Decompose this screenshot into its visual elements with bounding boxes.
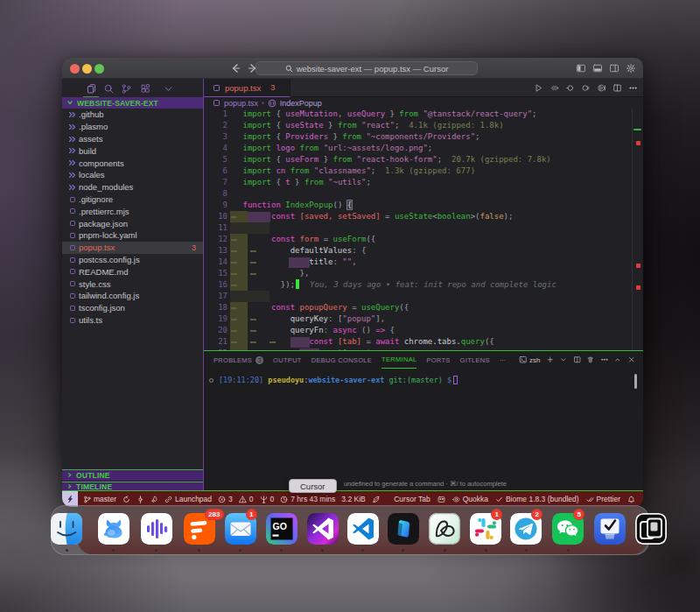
source-control-icon[interactable] — [119, 81, 135, 96]
command-center[interactable]: website-saver-ext — popup.tsx — Cursor — [256, 61, 478, 75]
status-0[interactable]: 0 — [260, 495, 275, 503]
panel-tab-debug-console[interactable]: DEBUG CONSOLE — [312, 351, 372, 369]
more-icon[interactable] — [600, 355, 609, 364]
outline-section-header[interactable]: OUTLINE — [62, 469, 203, 481]
chevron-up-icon[interactable] — [613, 355, 622, 364]
file-square-icon — [67, 279, 77, 289]
chevron-down-icon[interactable] — [161, 81, 177, 96]
tree-item-postcss.config.js[interactable]: postcss.config.js — [62, 254, 203, 266]
code-line-12: 12 const form = useForm({ — [204, 234, 643, 245]
status-3[interactable]: 3 — [218, 495, 233, 503]
tree-item-node_modules[interactable]: node_modules — [62, 181, 203, 193]
tree-item-.github[interactable]: .github — [62, 109, 203, 121]
line-number: 8 — [204, 188, 228, 200]
cursor-window: website-saver-ext — popup.tsx — Cursor W… — [62, 58, 643, 507]
plus-icon[interactable] — [546, 355, 555, 364]
terminal[interactable]: [19:11:20] pseudoyu:website-saver-ext gi… — [209, 376, 634, 384]
tree-item-label: popup.tsx — [79, 243, 115, 252]
tree-item-label: postcss.config.js — [79, 255, 140, 264]
zoom-window-button[interactable] — [94, 64, 104, 74]
tree-item-label: style.css — [79, 279, 110, 289]
status-7-hrs-43-mins[interactable]: 7 hrs 43 mins — [280, 495, 335, 503]
panel-left-icon[interactable] — [575, 61, 586, 75]
status-rocket-icon[interactable] — [150, 496, 158, 503]
file-square-icon — [67, 255, 77, 264]
status-prettier[interactable]: Prettier — [586, 495, 620, 503]
tree-item-style.css[interactable]: style.css — [62, 278, 203, 290]
tree-item-components[interactable]: components — [62, 157, 203, 169]
close-window-button[interactable] — [70, 64, 80, 74]
code-line-16: 16 });You, 3 days ago • feat: init repo … — [204, 279, 643, 291]
status-feather-icon[interactable] — [372, 496, 380, 503]
panel-tab-terminal[interactable]: TERMINAL — [382, 351, 416, 369]
tree-item-tailwind.config.js[interactable]: tailwind.config.js — [62, 290, 203, 302]
tree-item-.gitignore[interactable]: .gitignore — [62, 193, 203, 206]
close-icon[interactable] — [627, 355, 636, 364]
more-icon[interactable] — [627, 83, 638, 94]
tree-item-tsconfig.json[interactable]: tsconfig.json — [62, 302, 203, 314]
gear-icon[interactable] — [625, 61, 636, 75]
line-number: 2 — [204, 120, 228, 131]
breadcrumb-file[interactable]: popup.tsx — [224, 99, 258, 108]
terminal-shell[interactable]: zsh — [519, 355, 541, 364]
tree-item-pnpm-lock.yaml[interactable]: pnpm-lock.yaml — [62, 229, 203, 242]
status-bell-icon[interactable] — [627, 496, 635, 503]
panel-tab-ports[interactable]: PORTS — [426, 351, 450, 369]
tree-item-utils.ts[interactable]: utils.ts — [62, 314, 203, 327]
status-quokka[interactable]: Quokka — [452, 495, 488, 503]
breadcrumb-symbol[interactable]: IndexPopup — [280, 99, 322, 108]
folder-chevrons-icon — [67, 134, 77, 144]
tree-item-label: tsconfig.json — [79, 303, 125, 313]
nav-back-icon[interactable] — [228, 61, 242, 75]
run-icon[interactable] — [533, 83, 543, 94]
tree-item-locales[interactable]: locales — [62, 169, 203, 181]
terminal-scrollbar[interactable] — [634, 374, 637, 389]
status-cursor-tab-icon[interactable] — [438, 496, 445, 503]
breadcrumb[interactable]: popup.tsx › IndexPopup — [204, 97, 643, 109]
status-0[interactable]: 0 — [239, 495, 254, 503]
explorer-project-header[interactable]: WEBSITE-SAVER-EXT — [62, 97, 203, 109]
circle-left-icon[interactable] — [564, 83, 575, 94]
titlebar[interactable]: website-saver-ext — popup.tsx — Cursor — [62, 58, 643, 79]
command-decoration-icon — [209, 378, 214, 383]
status-commit-icon[interactable] — [136, 496, 144, 503]
extensions-icon[interactable] — [138, 81, 154, 96]
status-label: Launchpad — [175, 495, 212, 503]
panel-tab-problems[interactable]: PROBLEMS3 — [214, 351, 263, 369]
status-launchpad[interactable]: Launchpad — [164, 495, 212, 503]
split-panel-icon[interactable] — [573, 355, 582, 364]
code-editor[interactable]: 1import { useMutation, useQuery } from "… — [204, 109, 643, 350]
status-sync-icon[interactable] — [122, 496, 130, 503]
tree-item-assets[interactable]: assets — [62, 133, 203, 145]
status-biome-1-8-3-bundled-[interactable]: Biome 1.8.3 (bundled) — [495, 495, 579, 503]
trash-icon[interactable] — [586, 355, 595, 364]
tree-item-label: tailwind.config.js — [79, 291, 139, 300]
status-cursor-tab[interactable]: Cursor Tab — [394, 495, 430, 503]
tree-item-popup.tsx[interactable]: popup.tsx3 — [62, 242, 203, 254]
status-3-2-kib[interactable]: 3.2 KiB — [341, 495, 365, 503]
tree-item-.prettierrc.mjs[interactable]: .prettierrc.mjs — [62, 205, 203, 217]
tree-item-build[interactable]: build — [62, 144, 203, 157]
search-icon[interactable] — [102, 81, 117, 96]
panel-bottom-icon[interactable] — [592, 61, 603, 75]
panel-right-icon[interactable] — [608, 61, 620, 75]
minimize-window-button[interactable] — [82, 64, 92, 74]
chevron-down-small-icon[interactable] — [559, 355, 568, 364]
files-icon[interactable] — [83, 81, 99, 96]
tab-popup-tsx[interactable]: popup.tsx 3 — [204, 79, 290, 97]
line-number: 21 — [204, 336, 228, 348]
run-coverage-icon[interactable] — [596, 83, 606, 94]
tree-item-.plasmo[interactable]: .plasmo — [62, 121, 203, 133]
status-master[interactable]: master — [83, 495, 116, 503]
back-circle-icon[interactable] — [549, 83, 559, 94]
tree-item-package.json[interactable]: package.json — [62, 217, 203, 229]
editor-tab-bar: popup.tsx 3 — [204, 79, 643, 97]
tree-item-README.md[interactable]: README.md — [62, 265, 203, 278]
tree-item-label: node_modules — [79, 182, 133, 192]
split-editor-icon[interactable] — [612, 83, 622, 94]
panel-tab-output[interactable]: OUTPUT — [273, 351, 302, 369]
panel-tab--[interactable]: ⋯ — [500, 351, 507, 369]
dock — [51, 505, 649, 555]
panel-tab-gitlens[interactable]: GITLENS — [460, 351, 490, 369]
circle-right-icon[interactable] — [580, 83, 591, 94]
